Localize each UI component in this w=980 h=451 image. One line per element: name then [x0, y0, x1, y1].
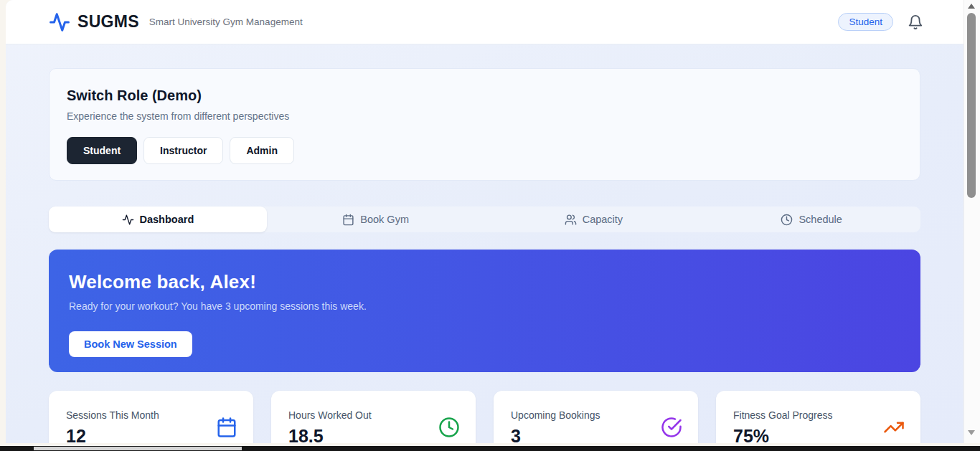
page-content: Switch Role (Demo) Experience the system…	[6, 44, 963, 443]
role-button-instructor[interactable]: Instructor	[143, 137, 223, 164]
tab-book-gym[interactable]: Book Gym	[267, 206, 485, 232]
stat-label: Upcoming Bookings	[511, 409, 681, 421]
app-tagline: Smart University Gym Management	[149, 16, 303, 27]
app-title: SUGMS	[77, 12, 139, 32]
stat-card-bookings: Upcoming Bookings 3	[494, 391, 698, 443]
stats-row: Sessions This Month 12 Hours Worked Out …	[49, 391, 920, 443]
welcome-banner: Welcome back, Alex! Ready for your worko…	[49, 250, 920, 372]
tab-label: Schedule	[798, 214, 842, 225]
book-new-session-button[interactable]: Book New Session	[69, 331, 192, 357]
vertical-scrollbar[interactable]	[963, 0, 980, 443]
stat-label: Sessions This Month	[66, 409, 236, 421]
role-buttons: Student Instructor Admin	[67, 137, 903, 164]
header-actions: Student	[838, 13, 923, 31]
stat-card-sessions: Sessions This Month 12	[49, 391, 253, 443]
tab-label: Book Gym	[360, 214, 409, 225]
stat-value: 3	[511, 426, 681, 443]
stat-value: 18.5	[288, 426, 458, 443]
activity-logo-icon	[49, 11, 70, 33]
stat-label: Fitness Goal Progress	[733, 409, 903, 421]
stat-label: Hours Worked Out	[288, 409, 458, 421]
horizontal-scrollbar-thumb[interactable]	[34, 447, 242, 450]
desktop: SUGMS Smart University Gym Management St…	[0, 0, 980, 451]
stat-card-hours: Hours Worked Out 18.5	[271, 391, 476, 443]
stat-value: 12	[66, 426, 236, 443]
role-badge: Student	[838, 13, 893, 31]
app-header: SUGMS Smart University Gym Management St…	[6, 0, 963, 44]
tab-schedule[interactable]: Schedule	[702, 206, 920, 232]
tab-dashboard[interactable]: Dashboard	[49, 206, 267, 232]
activity-icon	[122, 214, 134, 226]
stat-value: 75%	[733, 426, 903, 443]
role-switcher-card: Switch Role (Demo) Experience the system…	[49, 68, 920, 181]
calendar-icon	[216, 417, 237, 438]
app-window: SUGMS Smart University Gym Management St…	[6, 0, 963, 443]
check-circle-icon	[661, 417, 682, 438]
stat-card-goal: Fitness Goal Progress 75%	[716, 391, 920, 443]
calendar-icon	[342, 214, 354, 226]
role-switcher-title: Switch Role (Demo)	[67, 87, 903, 104]
tab-capacity[interactable]: Capacity	[485, 206, 703, 232]
bell-icon[interactable]	[908, 14, 923, 30]
role-button-student[interactable]: Student	[67, 137, 137, 164]
scroll-down-arrow-icon[interactable]	[968, 430, 975, 435]
users-icon	[565, 214, 577, 226]
tab-label: Dashboard	[140, 214, 194, 225]
horizontal-scrollbar[interactable]	[0, 446, 980, 451]
role-switcher-subtitle: Experience the system from different per…	[67, 110, 903, 122]
vertical-scrollbar-thumb[interactable]	[967, 13, 976, 198]
scroll-up-arrow-icon[interactable]	[968, 4, 975, 9]
welcome-subtitle: Ready for your workout? You have 3 upcom…	[69, 300, 900, 312]
welcome-title: Welcome back, Alex!	[69, 271, 900, 293]
clock-icon	[438, 417, 460, 438]
main-tab-bar: Dashboard Book Gym Capacity Schedule	[49, 206, 920, 232]
clock-icon	[781, 214, 793, 226]
role-button-admin[interactable]: Admin	[230, 137, 294, 164]
tab-label: Capacity	[583, 214, 623, 225]
trending-up-icon	[883, 417, 905, 438]
